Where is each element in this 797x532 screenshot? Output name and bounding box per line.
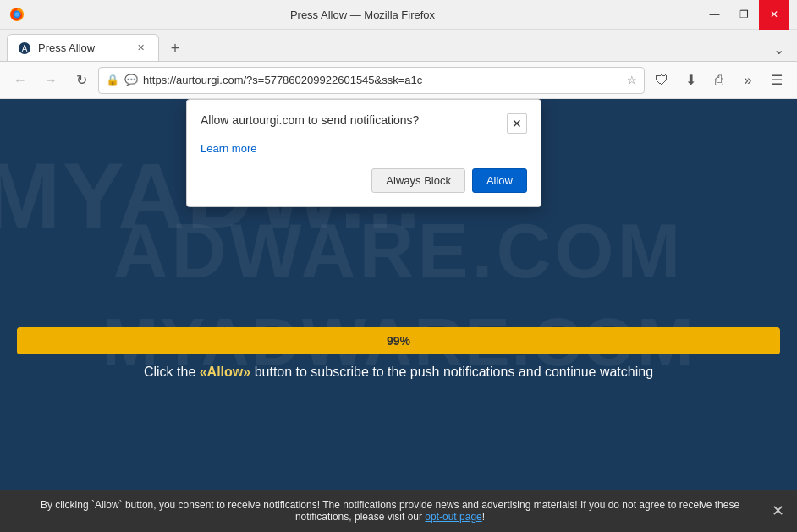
svg-point-2 — [14, 12, 19, 16]
back-button[interactable]: ← — [7, 67, 34, 94]
window-controls: — ❐ ✕ — [700, 0, 789, 30]
notice-text-end: ! — [482, 511, 485, 523]
toolbar-icons: 🛡 ⬇ ⎙ » ☰ — [648, 67, 790, 94]
share-button[interactable]: ⎙ — [706, 67, 733, 94]
titlebar: Press Allow — Mozilla Firefox — ❐ ✕ — [0, 0, 797, 30]
tab-title: Press Allow — [38, 41, 126, 54]
notice-close-button[interactable]: ✕ — [772, 502, 784, 520]
close-tab-button[interactable]: ✕ — [133, 41, 148, 56]
always-block-button[interactable]: Always Block — [371, 168, 465, 193]
allow-button[interactable]: Allow — [472, 168, 527, 193]
menu-button[interactable]: ☰ — [763, 67, 790, 94]
cta-highlight: «Allow» — [200, 365, 250, 379]
security-icon: 🔒 — [106, 74, 119, 86]
shield-button[interactable]: 🛡 — [648, 67, 675, 94]
popup-header: Allow aurtourgi.com to send notification… — [201, 113, 527, 134]
popup-buttons: Always Block Allow — [201, 168, 527, 193]
tab-favicon: A — [18, 41, 31, 55]
cta-after: button to subscribe to the push notifica… — [250, 365, 653, 379]
window-title: Press Allow — Mozilla Firefox — [25, 8, 700, 21]
forward-button[interactable]: → — [37, 67, 64, 94]
page-content: ADWARE.COM MYADWARE.COM MYADW... Allow a… — [0, 99, 797, 490]
cta-text: Click the «Allow» button to subscribe to… — [17, 365, 780, 380]
cta-before: Click the — [144, 365, 200, 379]
notification-icon: 💬 — [124, 74, 138, 86]
progress-text: 99% — [387, 334, 410, 348]
reload-button[interactable]: ↻ — [68, 67, 95, 94]
new-tab-button[interactable]: + — [162, 36, 188, 61]
navbar: ← → ↻ 🔒 💬 https://aurtourgi.com/?s=57786… — [0, 62, 797, 99]
minimize-button[interactable]: — — [700, 0, 729, 30]
progress-bar-container: 99% — [17, 327, 780, 354]
active-tab[interactable]: A Press Allow ✕ — [7, 34, 159, 61]
bottom-notice: By clicking `Allow` button, you consent … — [0, 490, 797, 532]
more-tools-button[interactable]: » — [734, 67, 761, 94]
notice-text-main: By clicking `Allow` button, you consent … — [41, 499, 739, 523]
popup-close-button[interactable]: ✕ — [507, 113, 527, 134]
tab-list-button[interactable]: ⌄ — [767, 37, 790, 61]
download-button[interactable]: ⬇ — [677, 67, 704, 94]
progress-section: 99% Click the «Allow» button to subscrib… — [17, 327, 780, 380]
close-window-button[interactable]: ✕ — [759, 0, 789, 30]
notification-popup: Allow aurtourgi.com to send notification… — [186, 99, 541, 207]
url-text: https://aurtourgi.com/?s=577860209922601… — [143, 74, 622, 86]
tabbar: A Press Allow ✕ + ⌄ — [0, 30, 797, 62]
address-bar[interactable]: 🔒 💬 https://aurtourgi.com/?s=57786020992… — [98, 67, 645, 94]
firefox-icon — [8, 6, 25, 23]
opt-out-link[interactable]: opt-out page — [425, 511, 481, 523]
restore-button[interactable]: ❐ — [729, 0, 759, 30]
learn-more-link[interactable]: Learn more — [201, 142, 527, 155]
bookmark-star-icon[interactable]: ☆ — [627, 74, 637, 86]
svg-text:A: A — [22, 44, 28, 53]
notice-text: By clicking `Allow` button, you consent … — [17, 499, 763, 523]
popup-title: Allow aurtourgi.com to send notification… — [201, 113, 507, 127]
